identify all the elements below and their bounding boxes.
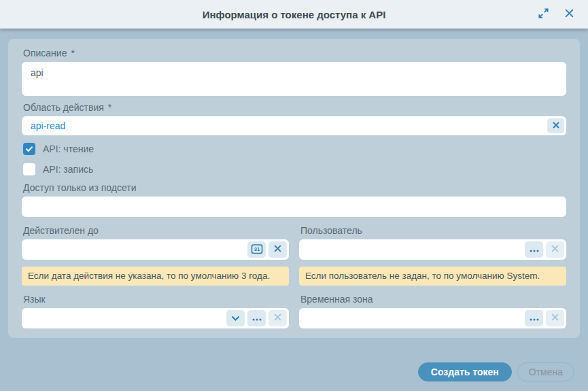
language-input[interactable] bbox=[22, 308, 224, 328]
language-dropdown-button[interactable] bbox=[226, 310, 245, 326]
subnet-input[interactable] bbox=[22, 197, 564, 217]
user-hint: Если пользователь не задан, то по умолча… bbox=[299, 267, 566, 286]
timezone-field: Временная зона bbox=[299, 294, 566, 328]
timezone-input[interactable] bbox=[299, 308, 522, 328]
language-clear-button[interactable] bbox=[269, 310, 287, 326]
clear-icon bbox=[551, 244, 559, 255]
language-label: Язык bbox=[23, 294, 289, 305]
date-picker-button[interactable]: 31 bbox=[247, 241, 266, 258]
dialog-header: Информация о токене доступа к API bbox=[0, 0, 588, 29]
ellipsis-icon bbox=[530, 245, 539, 255]
expand-icon bbox=[538, 7, 549, 21]
maximize-button[interactable] bbox=[538, 7, 549, 21]
api-write-label: API: запись bbox=[43, 164, 93, 175]
valid-until-clear-button[interactable] bbox=[269, 241, 287, 258]
description-field: Описание* api bbox=[22, 48, 566, 96]
timezone-input-wrap bbox=[299, 308, 566, 328]
cancel-button[interactable]: Отмена bbox=[517, 362, 574, 381]
user-input[interactable] bbox=[299, 239, 522, 260]
subnet-input-wrap bbox=[22, 197, 566, 217]
user-lookup-button[interactable] bbox=[525, 241, 543, 258]
user-input-wrap bbox=[299, 239, 566, 260]
user-label: Пользователь bbox=[300, 225, 566, 236]
required-mark: * bbox=[71, 48, 74, 58]
scope-input[interactable]: api-read bbox=[22, 116, 566, 135]
checkbox-row-api-write[interactable]: API: запись bbox=[23, 162, 566, 177]
scope-field: Область действия* api-read bbox=[22, 102, 566, 135]
user-clear-button[interactable] bbox=[546, 241, 564, 258]
valid-until-hint: Если дата действия не указана, то по умо… bbox=[22, 267, 289, 286]
checkmark-icon bbox=[25, 145, 33, 153]
language-input-wrap bbox=[22, 308, 289, 328]
api-read-label: API: чтение bbox=[43, 143, 94, 154]
checkbox-row-api-read[interactable]: API: чтение bbox=[23, 141, 566, 156]
required-mark: * bbox=[108, 102, 111, 113]
ellipsis-icon bbox=[252, 313, 262, 324]
clear-icon bbox=[273, 244, 282, 255]
ellipsis-icon bbox=[530, 313, 539, 324]
timezone-clear-button[interactable] bbox=[546, 310, 564, 326]
close-dialog-button[interactable] bbox=[564, 8, 574, 20]
svg-text:31: 31 bbox=[254, 246, 259, 252]
dialog-title: Информация о токене доступа к API bbox=[203, 9, 386, 20]
clear-icon bbox=[273, 313, 282, 324]
scope-value: api-read bbox=[22, 120, 544, 131]
dialog-body: Описание* api Область действия* api-read bbox=[0, 29, 588, 391]
valid-until-label: Действителен до bbox=[23, 225, 289, 236]
clear-icon bbox=[551, 313, 559, 324]
valid-until-input[interactable] bbox=[22, 239, 245, 260]
chevron-down-icon bbox=[231, 313, 240, 324]
description-label: Описание* bbox=[23, 48, 566, 58]
language-lookup-button[interactable] bbox=[247, 310, 266, 326]
user-field: Пользователь bbox=[299, 225, 566, 260]
calendar-icon: 31 bbox=[251, 243, 263, 256]
clear-icon bbox=[552, 121, 560, 131]
valid-until-field: Действителен до 31 bbox=[22, 225, 289, 260]
scope-label: Область действия* bbox=[23, 102, 566, 113]
language-field: Язык bbox=[22, 294, 289, 328]
close-icon bbox=[564, 8, 574, 20]
timezone-label: Временная зона bbox=[300, 294, 566, 305]
header-actions bbox=[538, 0, 574, 29]
api-read-checkbox[interactable] bbox=[23, 143, 35, 155]
dialog-footer: Создать токен Отмена bbox=[0, 347, 588, 391]
timezone-lookup-button[interactable] bbox=[525, 310, 543, 326]
create-token-button[interactable]: Создать токен bbox=[418, 362, 512, 381]
api-token-dialog: Информация о токене доступа к API bbox=[0, 0, 588, 391]
api-write-checkbox[interactable] bbox=[23, 163, 35, 175]
valid-until-input-wrap: 31 bbox=[22, 239, 289, 260]
form-panel: Описание* api Область действия* api-read bbox=[8, 39, 580, 338]
scope-clear-button[interactable] bbox=[547, 118, 564, 133]
subnet-label: Доступ только из подсети bbox=[23, 182, 566, 193]
description-input[interactable]: api bbox=[22, 62, 566, 96]
subnet-field: Доступ только из подсети bbox=[22, 182, 566, 217]
